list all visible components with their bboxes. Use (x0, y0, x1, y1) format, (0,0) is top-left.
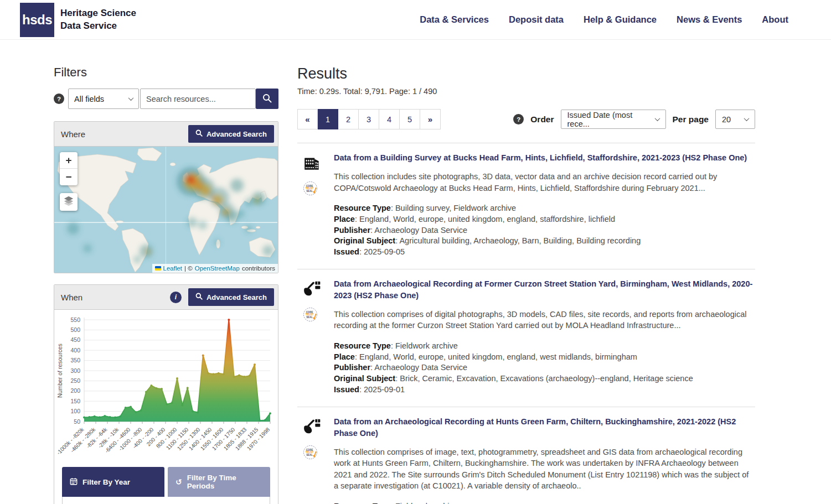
svg-text:Number of resources: Number of resources (56, 344, 63, 398)
pagination-page-1[interactable]: 1 (318, 109, 338, 129)
svg-text:200: 200 (70, 387, 80, 394)
search-row: ? All fields (54, 89, 278, 109)
nav-link-deposit-data[interactable]: Deposit data (509, 14, 564, 25)
result-body: Data from Archaeological Recording at Fo… (334, 277, 755, 396)
per-page-label: Per page (673, 115, 709, 124)
svg-text:350: 350 (70, 357, 80, 363)
search-icon (195, 293, 203, 302)
result-fields: Resource Type: Fieldwork archivePlace: E… (334, 501, 753, 504)
pagination: « 1 2 3 4 5 » (297, 109, 441, 129)
pagination-page-4[interactable]: 4 (379, 109, 400, 129)
per-page-select[interactable]: 20 (715, 110, 755, 129)
results-list: CORE TRUST SEAL Data from a Building Sur… (297, 143, 755, 504)
zoom-in-button[interactable]: + (60, 152, 78, 169)
pagination-page-5[interactable]: 5 (400, 109, 420, 129)
openstreetmap-link[interactable]: OpenStreetMap (195, 265, 240, 272)
layers-button[interactable] (60, 193, 78, 211)
svg-text:450: 450 (70, 336, 80, 343)
ukraine-flag-icon (155, 266, 161, 271)
pagination-last[interactable]: » (420, 109, 441, 129)
pagination-page-2[interactable]: 2 (338, 109, 359, 129)
chevron-down-icon (128, 95, 134, 101)
nav-link-about[interactable]: About (762, 14, 788, 25)
svg-text:SEAL: SEAL (306, 316, 313, 319)
order-controls: ? Order Issued Date (most rece... Per pa… (513, 110, 755, 129)
when-histogram-chart[interactable]: 50100150200250300350400450500550-1000k -… (55, 312, 277, 463)
leaflet-link[interactable]: Leaflet (163, 265, 183, 272)
result-fields: Resource Type: Fieldwork archivePlace: E… (334, 341, 753, 396)
order-select[interactable]: Issued Date (most rece... (561, 110, 666, 129)
result-item: CORE TRUST SEAL Data from an Archaeologi… (297, 407, 755, 504)
search-help-icon[interactable]: ? (54, 93, 64, 104)
result-field: Place: England, World, europe, united ki… (334, 214, 753, 225)
zoom-out-button[interactable]: − (60, 169, 78, 185)
result-field: Original Subject: Agricultural building,… (334, 236, 753, 247)
result-body: Data from an Archaeological Recording at… (334, 415, 755, 504)
svg-text:50: 50 (74, 418, 80, 425)
result-field: Issued: 2025-09-01 (334, 385, 753, 396)
order-select-value: Issued Date (most rece... (567, 111, 650, 128)
results-heading: Results (297, 65, 755, 82)
svg-text:150: 150 (70, 398, 80, 404)
svg-text:250: 250 (70, 377, 80, 384)
result-icon-column: CORE TRUST SEAL (297, 277, 334, 396)
chevron-down-icon (744, 116, 750, 121)
result-icon-column: CORE TRUST SEAL (297, 151, 334, 258)
result-icon-column: CORE TRUST SEAL (297, 415, 334, 504)
nav-link-data-services[interactable]: Data & Services (420, 14, 489, 25)
chevron-down-icon (654, 116, 660, 121)
site-header: hsds Heritage Science Data Service Data … (0, 0, 831, 40)
result-field: Place: England, World, europe, united ki… (334, 352, 753, 363)
where-map[interactable]: + − Leaflet | © Open (54, 147, 278, 273)
result-field: Issued: 2025-09-05 (334, 247, 753, 258)
result-body: Data from a Building Survey at Bucks Hea… (334, 151, 755, 258)
result-title-link[interactable]: Data from Archaeological Recording at Fo… (334, 278, 753, 302)
result-field: Resource Type: Fieldwork archive (334, 501, 753, 504)
info-icon[interactable]: i (170, 292, 182, 303)
svg-text:550: 550 (70, 316, 80, 323)
results-summary: Time: 0.29s. Total: 9,791. Page: 1 / 490 (297, 87, 755, 96)
search-input[interactable] (140, 89, 256, 109)
svg-text:SEAL: SEAL (306, 454, 313, 456)
result-field: Resource Type: Building survey, Fieldwor… (334, 203, 753, 214)
hsds-logo[interactable]: hsds (20, 3, 54, 37)
field-select[interactable]: All fields (68, 89, 139, 109)
result-field: Publisher: Archaeology Data Service (334, 362, 753, 373)
svg-text:300: 300 (70, 367, 80, 374)
search-button[interactable] (256, 89, 278, 109)
order-help-icon[interactable]: ? (513, 114, 524, 124)
result-description: This collection comprises of image, text… (334, 446, 753, 492)
core-trust-seal-badge: CORE TRUST SEAL (303, 181, 318, 198)
pagination-first[interactable]: « (297, 109, 318, 129)
when-panel-header: When i Advanced Search (54, 285, 278, 310)
pagination-page-3[interactable]: 3 (359, 109, 379, 129)
result-field: Resource Type: Fieldwork archive (334, 341, 753, 352)
where-panel-header: Where Advanced Search (54, 122, 278, 147)
when-filter-tabs: Filter By Year ↺ Filter By Time Periods (55, 463, 277, 497)
where-advanced-search-button[interactable]: Advanced Search (188, 125, 274, 143)
svg-text:100: 100 (70, 408, 80, 414)
main-nav: Data & Services Deposit data Help & Guid… (420, 14, 788, 25)
result-item: CORE TRUST SEAL Data from a Building Sur… (297, 143, 755, 269)
where-title: Where (61, 129, 85, 139)
history-icon: ↺ (176, 478, 182, 486)
when-advanced-search-button[interactable]: Advanced Search (188, 288, 274, 306)
nav-link-help-guidance[interactable]: Help & Guidance (584, 14, 657, 25)
search-icon (195, 129, 203, 138)
search-icon (262, 93, 272, 105)
results-controls: « 1 2 3 4 5 » ? Order Issued Date (most … (297, 109, 755, 129)
core-trust-seal-badge: CORE TRUST SEAL (303, 445, 318, 462)
result-description: This collection includes site photograph… (334, 171, 753, 194)
filters-heading: Filters (54, 65, 278, 80)
brand-name: Heritage Science Data Service (60, 7, 136, 32)
layers-icon (63, 196, 74, 208)
field-select-value: All fields (74, 95, 104, 103)
nav-link-news-events[interactable]: News & Events (677, 14, 742, 25)
per-page-value: 20 (722, 115, 731, 124)
result-title-link[interactable]: Data from a Building Survey at Bucks Hea… (334, 152, 753, 164)
result-title-link[interactable]: Data from an Archaeological Recording at… (334, 416, 753, 439)
tab-filter-by-year[interactable]: Filter By Year (62, 467, 164, 497)
core-trust-seal-badge: CORE TRUST SEAL (303, 307, 318, 324)
tab-filter-by-time-periods[interactable]: ↺ Filter By Time Periods (168, 467, 270, 497)
result-fields: Resource Type: Building survey, Fieldwor… (334, 203, 753, 258)
